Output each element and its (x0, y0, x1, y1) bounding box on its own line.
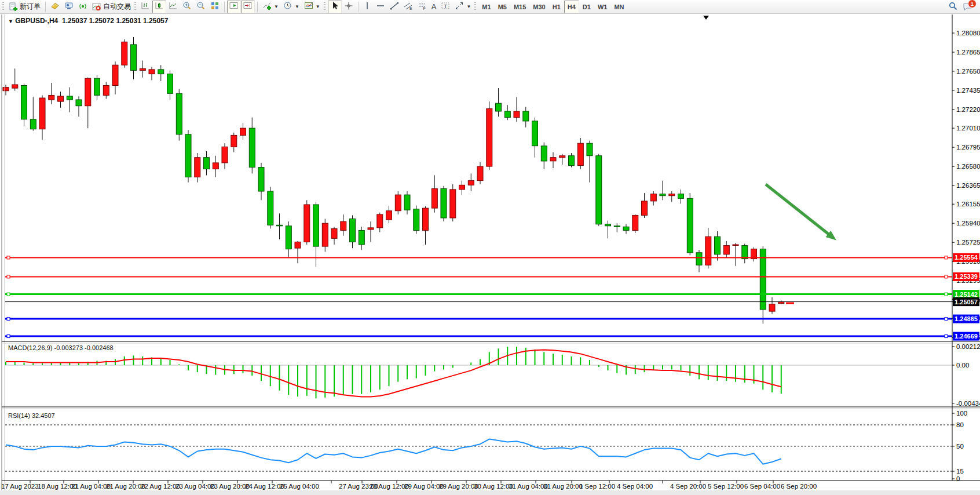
price-tick-label: 1.27010 (956, 125, 980, 132)
line-chart-button[interactable] (166, 1, 180, 13)
fibonacci-button[interactable]: F (415, 1, 429, 13)
timeframe-button-H4[interactable]: H4 (564, 1, 579, 13)
line-handle[interactable] (7, 335, 10, 338)
candle-body (286, 226, 291, 249)
chart-area[interactable]: 1.280801.278651.276501.274351.272201.270… (0, 14, 980, 495)
timeframe-button-H1[interactable]: H1 (549, 1, 564, 13)
time-axis-label: 4 Sep 04:00 (617, 483, 653, 490)
candle-body (687, 198, 693, 253)
candle-body (705, 236, 711, 265)
bar-chart-button[interactable] (138, 1, 152, 13)
time-axis-label: 17 Aug 2023 (1, 483, 39, 490)
timeframe-button-D1[interactable]: D1 (579, 1, 594, 13)
timeframe-button-M1[interactable]: M1 (478, 1, 494, 13)
arrows-tool-button[interactable]: ▼ (452, 1, 473, 13)
line-handle[interactable] (945, 256, 948, 259)
terminal-button[interactable] (62, 1, 76, 13)
candle-body (560, 156, 565, 158)
templates-button[interactable]: ▼ (302, 1, 323, 13)
zoom-in-button[interactable] (180, 1, 194, 13)
vertical-line-button[interactable] (361, 1, 374, 13)
line-handle[interactable] (7, 293, 10, 296)
candle-body (523, 111, 529, 121)
time-axis-label: 22 Aug 12:00 (141, 483, 180, 490)
timeframe-button-W1[interactable]: W1 (594, 1, 611, 13)
market-watch-button[interactable] (48, 1, 62, 13)
tile-windows-button[interactable] (208, 1, 222, 13)
indicators-button[interactable]: ▼ (260, 1, 281, 13)
chevron-down-icon[interactable]: ▼ (274, 4, 279, 9)
horizontal-line-button[interactable] (374, 1, 387, 13)
toolbar-grip[interactable] (2, 2, 4, 11)
search-button[interactable] (946, 1, 960, 13)
chart-canvas[interactable]: 1.280801.278651.276501.274351.272201.270… (0, 14, 980, 495)
trendline-icon (390, 1, 399, 12)
auto-trading-label: 自动交易 (103, 2, 131, 12)
equidistant-channel-button[interactable]: E (401, 1, 415, 13)
chart-shift-button[interactable] (241, 1, 255, 13)
rsi-tick-label: 0 (956, 475, 960, 482)
notifications-button[interactable]: 1 (960, 1, 975, 13)
line-handle[interactable] (7, 256, 10, 259)
chevron-down-icon[interactable]: ▼ (466, 4, 471, 9)
timeframe-button-M30[interactable]: M30 (529, 1, 548, 13)
auto-scroll-button[interactable] (227, 1, 241, 13)
toolbar-grip[interactable] (134, 2, 136, 11)
bar-chart-icon (141, 1, 150, 12)
cursor-button[interactable] (328, 1, 342, 13)
candle-body (112, 65, 118, 85)
zoom-out-button[interactable] (194, 1, 208, 13)
rsi-tick-label: 100 (956, 410, 967, 417)
crosshair-button[interactable] (342, 1, 356, 13)
candle-body (414, 209, 419, 231)
candle-body (395, 195, 401, 211)
candle-body (350, 219, 356, 242)
price-level-badge-value: 1.25057 (955, 299, 978, 305)
price-level-badge-value: 1.24865 (955, 315, 978, 322)
chevron-down-icon[interactable]: ▼ (295, 4, 299, 9)
signals-button[interactable] (76, 1, 90, 13)
candle-body (623, 227, 629, 230)
timeframe-button-MN[interactable]: MN (610, 1, 627, 13)
timeframe-button-M15[interactable]: M15 (510, 1, 529, 13)
fibonacci-icon: F (418, 1, 427, 12)
notification-badge: 1 (968, 0, 977, 8)
candle-body (149, 70, 155, 74)
line-handle[interactable] (7, 275, 10, 278)
timeframe-button-M5[interactable]: M5 (495, 1, 510, 13)
toolbar-grip[interactable] (474, 2, 476, 11)
symbol-period-label: GBPUSD-,H4 (15, 17, 58, 25)
candle-body (21, 86, 27, 119)
candlestick-chart-button[interactable] (152, 1, 166, 13)
time-axis-label: 21 Aug 04:00 (71, 483, 111, 490)
symbol-dropdown-icon[interactable]: ▼ (8, 19, 13, 24)
time-axis-label: 5 Sep 12:00 (708, 483, 744, 490)
main-toolbar: 新订单 自动交易 ▼ (0, 0, 980, 14)
line-handle[interactable] (945, 293, 948, 296)
trendline-button[interactable] (387, 1, 401, 13)
text-label-button[interactable]: T (438, 1, 452, 13)
auto-trading-button[interactable]: 自动交易 (90, 1, 133, 13)
signals-icon (78, 1, 87, 12)
periods-button[interactable]: ▼ (281, 1, 302, 13)
candle-body (477, 166, 483, 181)
chevron-down-icon[interactable]: ▼ (316, 4, 320, 9)
candle-body (204, 158, 210, 169)
line-handle[interactable] (7, 318, 10, 321)
vertical-line-icon (363, 1, 371, 12)
candle-body (696, 253, 702, 265)
line-handle[interactable] (945, 275, 948, 278)
line-handle[interactable] (945, 318, 948, 321)
line-handle[interactable] (945, 335, 948, 338)
candle-body (504, 111, 510, 118)
candle-body (277, 225, 283, 226)
window-bottom-strip (0, 490, 980, 495)
new-order-button[interactable]: 新订单 (6, 1, 43, 13)
candle-body (432, 188, 437, 208)
candle-body (39, 98, 45, 129)
candle-body (67, 96, 72, 100)
zoom-in-icon (182, 1, 192, 12)
text-tool-button[interactable]: A (429, 1, 439, 13)
toolbar-grip[interactable] (324, 2, 326, 11)
price-tick-label: 1.26795 (956, 144, 980, 151)
